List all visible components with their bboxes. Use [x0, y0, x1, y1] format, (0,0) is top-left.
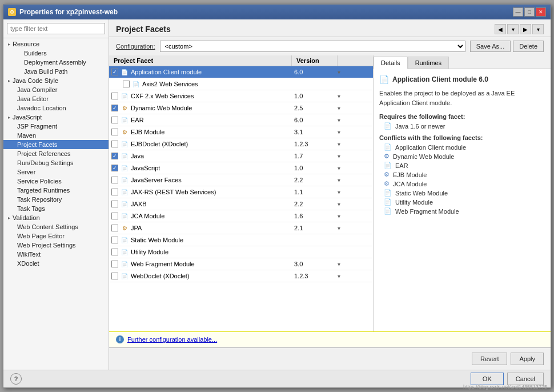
table-row[interactable]: 📄JAXB2.2▾: [109, 198, 373, 210]
forward-button[interactable]: ▶: [520, 24, 531, 34]
apply-button[interactable]: Apply: [511, 353, 544, 365]
table-row[interactable]: 📄WebDoclet (XDoclet)1.2.3▾: [109, 270, 373, 282]
facet-version: 1.7: [292, 151, 338, 161]
sidebar-item-xdoclet[interactable]: XDoclet: [3, 259, 109, 268]
table-row[interactable]: 📄JCA Module1.6▾: [109, 210, 373, 222]
sidebar-item-javadoc-location[interactable]: Javadoc Location: [3, 103, 109, 113]
facet-checkbox[interactable]: [111, 141, 118, 147]
sidebar-item-deployment-assembly[interactable]: Deployment Assembly: [3, 58, 109, 67]
facet-checkbox[interactable]: [111, 273, 118, 279]
table-row[interactable]: 📄JavaServer Faces2.2▾: [109, 174, 373, 186]
facet-checkbox[interactable]: ✓: [111, 153, 118, 159]
table-row[interactable]: ✓📄Java1.7▾: [109, 150, 373, 162]
table-row[interactable]: ⚙EJB Module3.1▾: [109, 126, 373, 138]
facet-version-arrow[interactable]: ▾: [338, 129, 349, 135]
facet-version-arrow[interactable]: ▾: [338, 117, 349, 123]
doc-icon: ⚙: [384, 171, 390, 178]
facet-version-arrow[interactable]: ▾: [338, 213, 349, 219]
facet-checkbox[interactable]: ✓: [111, 105, 118, 111]
facet-version-arrow[interactable]: ▾: [338, 153, 349, 159]
maximize-button[interactable]: □: [524, 7, 535, 17]
facet-version-arrow[interactable]: ▾: [338, 225, 349, 231]
facet-checkbox[interactable]: ✓: [111, 165, 118, 171]
facet-checkbox[interactable]: [111, 249, 118, 255]
facet-checkbox[interactable]: [111, 237, 118, 243]
table-row[interactable]: ✓📄JavaScript1.0▾: [109, 162, 373, 174]
facet-version-arrow[interactable]: ▾: [338, 201, 349, 207]
facet-version-arrow[interactable]: ▾: [338, 189, 349, 195]
facet-checkbox[interactable]: [111, 213, 118, 219]
table-row[interactable]: 📄Utility Module: [109, 246, 373, 258]
table-row[interactable]: 📄Axis2 Web Services: [109, 78, 373, 90]
close-button[interactable]: ✕: [536, 7, 546, 17]
facet-checkbox[interactable]: [123, 81, 130, 87]
sidebar-item-java-compiler[interactable]: Java Compiler: [3, 85, 109, 94]
details-requires-label: Requires the following facet:: [379, 113, 545, 120]
sidebar-item-builders[interactable]: Builders: [3, 49, 109, 58]
doc-icon: 📄: [384, 207, 392, 215]
facet-version-arrow[interactable]: ▾: [338, 165, 349, 171]
facet-version-arrow[interactable]: ▾: [338, 177, 349, 183]
nav-dropdown[interactable]: ▾: [507, 24, 519, 34]
table-row[interactable]: 📄EAR6.0▾: [109, 114, 373, 126]
facet-version-arrow[interactable]: ▾: [338, 93, 349, 99]
sidebar-item-maven[interactable]: Maven: [3, 131, 109, 140]
sidebar-item-project-facets[interactable]: Project Facets: [3, 140, 109, 149]
table-row[interactable]: ⚙JPA2.1▾: [109, 222, 373, 234]
table-row[interactable]: ✓⚙Dynamic Web Module2.5▾: [109, 102, 373, 114]
facet-checkbox[interactable]: [111, 129, 118, 135]
revert-button[interactable]: Revert: [472, 353, 507, 365]
sidebar-item-web-project-settings[interactable]: Web Project Settings: [3, 241, 109, 250]
sidebar-item-javascript[interactable]: ▸JavaScript: [3, 113, 109, 122]
delete-button[interactable]: Delete: [513, 41, 544, 52]
facet-checkbox[interactable]: [111, 225, 118, 231]
ok-button[interactable]: OK: [471, 373, 504, 385]
facet-checkbox[interactable]: ✓: [111, 69, 118, 75]
sidebar-item-server[interactable]: Server: [3, 167, 109, 177]
sidebar-item-task-tags[interactable]: Task Tags: [3, 204, 109, 213]
table-row[interactable]: ✓📄Application Client module6.0▾: [109, 66, 373, 78]
sidebar-item-targeted-runtimes[interactable]: Targeted Runtimes: [3, 186, 109, 195]
sidebar-item-wikitext[interactable]: WikiText: [3, 250, 109, 259]
minimize-button[interactable]: —: [513, 7, 523, 17]
table-row[interactable]: 📄EJBDoclet (XDoclet)1.2.3▾: [109, 138, 373, 150]
facet-version-arrow[interactable]: ▾: [338, 105, 349, 111]
sidebar-item-validation[interactable]: ▸Validation: [3, 213, 109, 222]
sidebar-item-run-debug-settings[interactable]: Run/Debug Settings: [3, 158, 109, 167]
facet-checkbox[interactable]: [111, 117, 118, 123]
sidebar-item-jsp-fragment[interactable]: JSP Fragment: [3, 122, 109, 131]
facet-version-arrow[interactable]: ▾: [338, 69, 349, 75]
table-row[interactable]: 📄JAX-RS (REST Web Services)1.1▾: [109, 186, 373, 198]
config-dropdown[interactable]: <custom>: [160, 41, 465, 52]
further-config-link[interactable]: Further configuration available...: [127, 336, 217, 343]
sidebar-item-resource[interactable]: ▸Resource: [3, 39, 109, 49]
facet-name-cell: 📄EJBDoclet (XDoclet): [109, 139, 292, 149]
facet-checkbox[interactable]: [111, 201, 118, 207]
tab-runtimes[interactable]: Runtimes: [408, 57, 449, 69]
save-as-button[interactable]: Save As...: [470, 41, 511, 52]
sidebar-item-java-code-style[interactable]: ▸Java Code Style: [3, 76, 109, 85]
sidebar-item-java-build-path[interactable]: Java Build Path: [3, 67, 109, 76]
facet-version-arrow[interactable]: ▾: [338, 141, 349, 147]
forward-dropdown[interactable]: ▾: [532, 24, 544, 34]
facet-version-arrow[interactable]: ▾: [338, 261, 349, 267]
table-row[interactable]: 📄Static Web Module: [109, 234, 373, 246]
facet-checkbox[interactable]: [111, 93, 118, 99]
filter-input[interactable]: [7, 23, 105, 34]
sidebar-item-web-content-settings[interactable]: Web Content Settings: [3, 222, 109, 231]
sidebar-item-java-editor[interactable]: Java Editor: [3, 94, 109, 103]
table-row[interactable]: 📄CXF 2.x Web Services1.0▾: [109, 90, 373, 102]
cancel-button[interactable]: Cancel: [507, 373, 544, 385]
sidebar-item-service-policies[interactable]: Service Policies: [3, 177, 109, 186]
sidebar-item-task-repository[interactable]: Task Repository: [3, 195, 109, 204]
help-button[interactable]: ?: [10, 373, 22, 385]
facet-version-arrow[interactable]: ▾: [338, 273, 349, 279]
facet-checkbox[interactable]: [111, 177, 118, 183]
facet-checkbox[interactable]: [111, 261, 118, 267]
sidebar-item-project-references[interactable]: Project References: [3, 149, 109, 158]
tab-details[interactable]: Details: [374, 57, 408, 69]
back-button[interactable]: ◀: [495, 24, 506, 34]
table-row[interactable]: 📄Web Fragment Module3.0▾: [109, 258, 373, 270]
sidebar-item-web-page-editor[interactable]: Web Page Editor: [3, 231, 109, 241]
facet-checkbox[interactable]: [111, 189, 118, 195]
